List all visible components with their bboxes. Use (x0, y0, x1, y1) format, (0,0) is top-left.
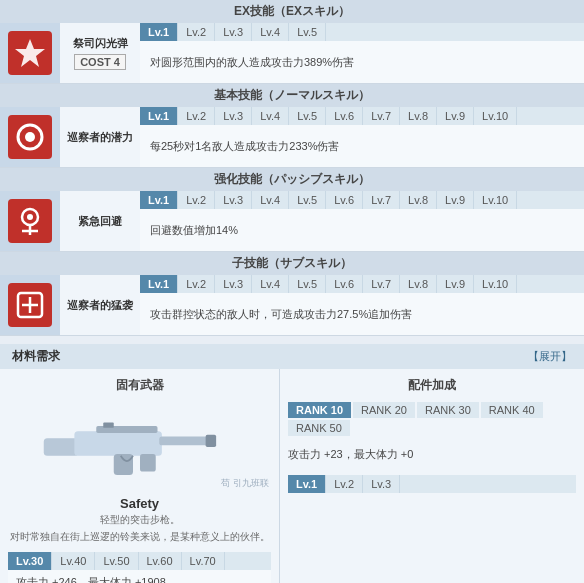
rank-20[interactable]: RANK 20 (353, 402, 415, 418)
ex-level-3[interactable]: Lv.3 (215, 23, 252, 41)
normal-level-6[interactable]: Lv.6 (326, 107, 363, 125)
svg-rect-16 (103, 423, 114, 428)
normal-level-4[interactable]: Lv.4 (252, 107, 289, 125)
normal-skill-icon-bg (0, 107, 60, 167)
ex-skill-icon (8, 31, 52, 75)
svg-point-4 (27, 214, 33, 220)
ex-skill-header: EX技能（EXスキル） (0, 0, 584, 23)
sub-skill-desc: 攻击群控状态的敌人时，可造成攻击力27.5%追加伤害 (140, 293, 584, 335)
weapon-level-70[interactable]: Lv.70 (182, 552, 225, 570)
passive-level-4[interactable]: Lv.4 (252, 191, 289, 209)
normal-skill-levels: Lv.1 Lv.2 Lv.3 Lv.4 Lv.5 Lv.6 Lv.7 Lv.8 … (140, 107, 584, 167)
passive-level-8[interactable]: Lv.8 (400, 191, 437, 209)
rank-10[interactable]: RANK 10 (288, 402, 351, 418)
parts-level-tabs: Lv.1 Lv.2 Lv.3 (288, 475, 576, 493)
weapon-level-tabs: Lv.30 Lv.40 Lv.50 Lv.60 Lv.70 (8, 552, 271, 570)
materials-toggle-btn[interactable]: 【展开】 (528, 349, 572, 364)
parts-stats: 攻击力 +23，最大体力 +0 (288, 442, 576, 467)
passive-level-3[interactable]: Lv.3 (215, 191, 252, 209)
parts-header: 配件加成 (288, 377, 576, 394)
rank-30[interactable]: RANK 30 (417, 402, 479, 418)
parts-column: 配件加成 RANK 10 RANK 20 RANK 30 RANK 40 RAN… (280, 369, 584, 583)
sub-level-3[interactable]: Lv.3 (215, 275, 252, 293)
normal-skill-name-col: 巡察者的潜力 (60, 107, 140, 167)
weapon-level-30[interactable]: Lv.30 (8, 552, 52, 570)
sub-level-2[interactable]: Lv.2 (178, 275, 215, 293)
rank-40[interactable]: RANK 40 (481, 402, 543, 418)
svg-rect-10 (43, 438, 78, 456)
passive-level-5[interactable]: Lv.5 (289, 191, 326, 209)
materials-section: 材料需求 【展开】 固有武器 (0, 344, 584, 583)
ex-level-1[interactable]: Lv.1 (140, 23, 178, 41)
ex-skill-name: 祭司闪光弹 (73, 36, 128, 51)
parts-level-2[interactable]: Lv.2 (326, 475, 363, 493)
ex-skill-levels: Lv.1 Lv.2 Lv.3 Lv.4 Lv.5 对圆形范围内的敌人造成攻击力3… (140, 23, 584, 83)
normal-level-10[interactable]: Lv.10 (474, 107, 517, 125)
normal-level-2[interactable]: Lv.2 (178, 107, 215, 125)
normal-skill-desc: 每25秒对1名敌人造成攻击力233%伤害 (140, 125, 584, 167)
sub-level-5[interactable]: Lv.5 (289, 275, 326, 293)
sub-skill-section: 子技能（サブスキル） 巡察者的猛袭 Lv.1 Lv.2 Lv.3 Lv.4 Lv… (0, 252, 584, 336)
ex-level-4[interactable]: Lv.4 (252, 23, 289, 41)
svg-marker-0 (15, 39, 45, 67)
normal-level-9[interactable]: Lv.9 (437, 107, 474, 125)
passive-level-9[interactable]: Lv.9 (437, 191, 474, 209)
normal-skill-icon (8, 115, 52, 159)
normal-level-8[interactable]: Lv.8 (400, 107, 437, 125)
normal-skill-level-tabs: Lv.1 Lv.2 Lv.3 Lv.4 Lv.5 Lv.6 Lv.7 Lv.8 … (140, 107, 584, 125)
sub-level-4[interactable]: Lv.4 (252, 275, 289, 293)
ex-level-5[interactable]: Lv.5 (289, 23, 326, 41)
passive-skill-levels: Lv.1 Lv.2 Lv.3 Lv.4 Lv.5 Lv.6 Lv.7 Lv.8 … (140, 191, 584, 251)
sub-skill-name: 巡察者的猛袭 (67, 298, 133, 313)
weapon-type: 轻型的突击步枪。 (8, 513, 271, 527)
sub-level-8[interactable]: Lv.8 (400, 275, 437, 293)
rank-50[interactable]: RANK 50 (288, 420, 350, 436)
weapon-level-50[interactable]: Lv.50 (95, 552, 138, 570)
sub-level-6[interactable]: Lv.6 (326, 275, 363, 293)
sub-skill-icon (8, 283, 52, 327)
sub-level-7[interactable]: Lv.7 (363, 275, 400, 293)
ex-skill-section: EX技能（EXスキル） 祭司闪光弹 COST 4 Lv.1 Lv.2 Lv.3 … (0, 0, 584, 84)
passive-skill-header: 强化技能（パッシブスキル） (0, 168, 584, 191)
ex-skill-cost: COST 4 (74, 54, 126, 70)
passive-skill-svg (12, 203, 48, 239)
parts-level-1[interactable]: Lv.1 (288, 475, 326, 493)
passive-level-7[interactable]: Lv.7 (363, 191, 400, 209)
normal-level-1[interactable]: Lv.1 (140, 107, 178, 125)
passive-level-6[interactable]: Lv.6 (326, 191, 363, 209)
sub-skill-levels: Lv.1 Lv.2 Lv.3 Lv.4 Lv.5 Lv.6 Lv.7 Lv.8 … (140, 275, 584, 335)
sub-skill-name-col: 巡察者的猛袭 (60, 275, 140, 335)
ex-skill-desc: 对圆形范围内的敌人造成攻击力389%伤害 (140, 41, 584, 83)
ex-skill-row: 祭司闪光弹 COST 4 Lv.1 Lv.2 Lv.3 Lv.4 Lv.5 对圆… (0, 23, 584, 84)
svg-point-2 (25, 132, 35, 142)
passive-level-10[interactable]: Lv.10 (474, 191, 517, 209)
normal-level-3[interactable]: Lv.3 (215, 107, 252, 125)
normal-skill-svg (12, 119, 48, 155)
normal-skill-header: 基本技能（ノーマルスキル） (0, 84, 584, 107)
normal-skill-section: 基本技能（ノーマルスキル） 巡察者的潜力 Lv.1 Lv.2 Lv.3 Lv.4… (0, 84, 584, 168)
normal-skill-name: 巡察者的潜力 (67, 130, 133, 145)
sub-skill-level-tabs: Lv.1 Lv.2 Lv.3 Lv.4 Lv.5 Lv.6 Lv.7 Lv.8 … (140, 275, 584, 293)
sub-level-10[interactable]: Lv.10 (474, 275, 517, 293)
sub-level-1[interactable]: Lv.1 (140, 275, 178, 293)
materials-header: 材料需求 【展开】 (0, 344, 584, 369)
parts-level-3[interactable]: Lv.3 (363, 475, 400, 493)
normal-level-7[interactable]: Lv.7 (363, 107, 400, 125)
weapon-watermark: 苟 引九班联 (221, 477, 269, 490)
normal-level-5[interactable]: Lv.5 (289, 107, 326, 125)
svg-rect-11 (74, 431, 162, 456)
passive-skill-icon (8, 199, 52, 243)
passive-level-1[interactable]: Lv.1 (140, 191, 178, 209)
rank-tabs: RANK 10 RANK 20 RANK 30 RANK 40 RANK 50 (288, 402, 576, 436)
weapon-level-60[interactable]: Lv.60 (139, 552, 182, 570)
svg-rect-14 (113, 454, 132, 475)
svg-rect-15 (140, 454, 156, 472)
weapon-column: 固有武器 (0, 369, 280, 583)
passive-skill-row: 紧急回避 Lv.1 Lv.2 Lv.3 Lv.4 Lv.5 Lv.6 Lv.7 … (0, 191, 584, 252)
ex-level-2[interactable]: Lv.2 (178, 23, 215, 41)
sub-level-9[interactable]: Lv.9 (437, 275, 474, 293)
sub-skill-header: 子技能（サブスキル） (0, 252, 584, 275)
weapon-level-40[interactable]: Lv.40 (52, 552, 95, 570)
passive-level-2[interactable]: Lv.2 (178, 191, 215, 209)
weapon-stats: 攻击力 +246，最大体力 +1908 (8, 570, 271, 583)
